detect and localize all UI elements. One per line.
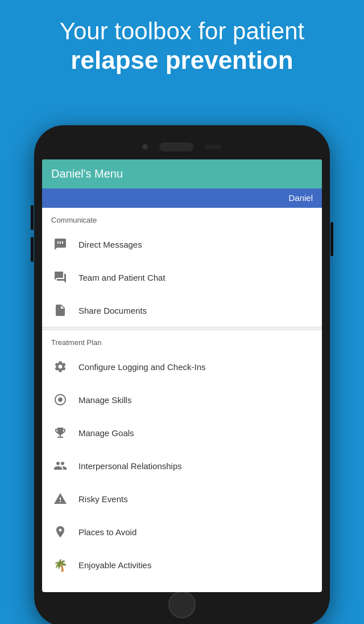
manage-skills-label: Manage Skills: [78, 395, 131, 405]
risky-events-label: Risky Events: [78, 494, 128, 504]
phone-top-bar: [34, 134, 330, 159]
trophy-icon: [51, 424, 69, 442]
direct-messages-label: Direct Messages: [78, 240, 142, 249]
people-group-icon: [51, 457, 69, 475]
hero-line1: Your toolbox for patient: [17, 17, 347, 46]
power-button: [330, 222, 333, 256]
section-header-treatment: Treatment Plan: [42, 330, 322, 350]
chat-bubble-outline-icon: [51, 268, 69, 286]
menu-item-share-documents[interactable]: Share Documents: [42, 294, 322, 327]
location-pin-icon: [51, 523, 69, 541]
document-icon: [51, 301, 69, 319]
menu-item-team-patient-chat[interactable]: Team and Patient Chat: [42, 261, 322, 294]
menu-item-identified-triggers[interactable]: Identified Triggers: [42, 581, 322, 584]
places-avoid-label: Places to Avoid: [78, 527, 136, 537]
palm-tree-icon: 🌴: [51, 556, 69, 574]
menu-item-risky-events[interactable]: Risky Events: [42, 482, 322, 515]
triangle-warning-icon: [51, 490, 69, 508]
sensor: [205, 145, 222, 149]
phone-device: Daniel's Menu Daniel Communicate: [34, 125, 330, 624]
settings-gear-icon: [51, 358, 69, 376]
phone-screen: Daniel's Menu Daniel Communicate: [42, 159, 322, 592]
enjoyable-activities-label: Enjoyable Activities: [78, 560, 151, 570]
menu-content[interactable]: Communicate Direct Messages: [42, 208, 322, 584]
home-button[interactable]: [168, 591, 196, 618]
menu-title: Daniel's Menu: [51, 167, 313, 180]
interpersonal-label: Interpersonal Relationships: [78, 461, 182, 471]
team-patient-chat-label: Team and Patient Chat: [78, 273, 166, 282]
menu-item-places-avoid[interactable]: Places to Avoid: [42, 515, 322, 548]
svg-text:🌴: 🌴: [53, 559, 67, 572]
section-header-communicate: Communicate: [42, 208, 322, 228]
menu-item-direct-messages[interactable]: Direct Messages: [42, 228, 322, 261]
vol-down-button: [31, 237, 34, 262]
hero-line2: relapse prevention: [17, 46, 347, 76]
menu-item-manage-skills[interactable]: Manage Skills: [42, 383, 322, 416]
hero-header: Your toolbox for patient relapse prevent…: [0, 17, 364, 76]
menu-item-configure-logging[interactable]: Configure Logging and Check-Ins: [42, 350, 322, 383]
menu-item-manage-goals[interactable]: Manage Goals: [42, 416, 322, 449]
target-circle-icon: [51, 391, 69, 409]
share-documents-label: Share Documents: [78, 306, 147, 315]
configure-logging-label: Configure Logging and Check-Ins: [78, 362, 205, 372]
vol-up-button: [31, 205, 34, 230]
manage-goals-label: Manage Goals: [78, 428, 134, 438]
phone-shell: Daniel's Menu Daniel Communicate: [34, 125, 330, 624]
menu-item-enjoyable-activities[interactable]: 🌴 Enjoyable Activities: [42, 548, 322, 581]
speaker-grille: [159, 142, 193, 151]
camera-icon: [142, 144, 148, 150]
menu-item-interpersonal[interactable]: Interpersonal Relationships: [42, 449, 322, 482]
app-header: Daniel's Menu: [42, 159, 322, 188]
user-bar: Daniel: [42, 188, 322, 208]
section-communicate: Communicate Direct Messages: [42, 208, 322, 327]
username-label: Daniel: [288, 193, 313, 203]
section-treatment-plan: Treatment Plan Configure Logging and Che…: [42, 330, 322, 584]
chat-bubble-dots-icon: [51, 235, 69, 253]
